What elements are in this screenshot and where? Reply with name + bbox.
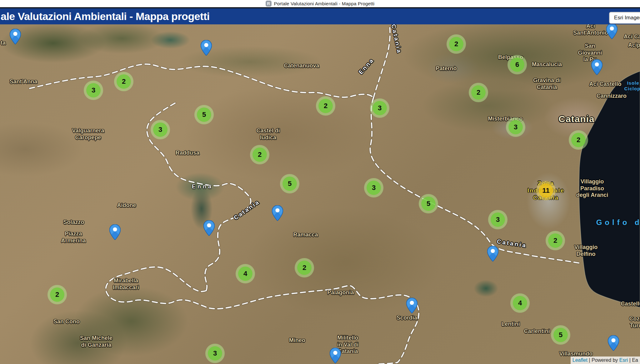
cluster-marker[interactable]: 2 bbox=[569, 130, 588, 150]
label-line: Sant'Antonio bbox=[573, 30, 608, 37]
cluster-marker[interactable]: 2 bbox=[546, 231, 565, 250]
place-label: VillaggioDelfino bbox=[574, 244, 598, 257]
label-line: Mascalucia bbox=[532, 61, 562, 68]
place-label: Aci Cate bbox=[624, 33, 640, 40]
cluster-count: 4 bbox=[238, 267, 252, 281]
leaflet-link[interactable]: Leaflet bbox=[572, 357, 588, 363]
cluster-count: 3 bbox=[372, 101, 387, 115]
cluster-count: 5 bbox=[197, 107, 211, 122]
label-line: Ramacca bbox=[293, 232, 318, 238]
cluster-marker[interactable]: 3 bbox=[151, 120, 170, 139]
place-label: Solazzo bbox=[63, 219, 84, 226]
map-pin[interactable] bbox=[109, 224, 121, 240]
cluster-count: 2 bbox=[548, 233, 562, 248]
cluster-marker[interactable]: 11 bbox=[536, 181, 556, 200]
cluster-marker[interactable]: 3 bbox=[370, 98, 389, 118]
place-label: VillaggioParadisodegli Aranci bbox=[576, 178, 608, 199]
cluster-count: 3 bbox=[367, 181, 381, 195]
cluster-marker[interactable]: 3 bbox=[84, 81, 103, 100]
label-line: Gravina di bbox=[533, 77, 561, 84]
place-label: Catenanuova bbox=[284, 62, 319, 69]
cluster-count: 3 bbox=[153, 122, 168, 137]
label-line: Turch bbox=[629, 322, 640, 329]
cluster-count: 2 bbox=[318, 99, 333, 113]
place-label: Aidone bbox=[117, 202, 136, 209]
cluster-marker[interactable]: 3 bbox=[364, 178, 383, 197]
cluster-count: 3 bbox=[491, 212, 505, 227]
cluster-marker[interactable]: 2 bbox=[295, 258, 314, 277]
cluster-marker[interactable]: 6 bbox=[508, 55, 527, 74]
label-line: Raddusa bbox=[176, 150, 199, 157]
label-line: Solazzo bbox=[63, 219, 84, 226]
map-pin[interactable] bbox=[10, 29, 21, 44]
label-line: Aci bbox=[573, 24, 608, 30]
label-line: Ciclopi bbox=[624, 86, 640, 92]
label-line: degli Aranci bbox=[576, 192, 608, 199]
label-line: Castel di bbox=[256, 127, 280, 134]
attribution-text: | Powered by bbox=[588, 357, 619, 363]
basemap-layer-control[interactable]: Esri Imager bbox=[609, 12, 640, 24]
cluster-marker[interactable]: 3 bbox=[506, 117, 525, 137]
cluster-marker[interactable]: 5 bbox=[280, 174, 299, 193]
label-line: San Cono bbox=[53, 318, 80, 325]
map-pin[interactable] bbox=[406, 298, 418, 313]
label-line: Golfo di C bbox=[596, 218, 640, 227]
cluster-marker[interactable]: 5 bbox=[419, 194, 438, 213]
label-line: Enna bbox=[192, 183, 213, 190]
place-label: San Micheledi Ganzaria bbox=[80, 335, 112, 348]
cluster-marker[interactable]: 4 bbox=[236, 264, 255, 283]
cluster-marker[interactable]: 3 bbox=[205, 344, 225, 363]
cluster-marker[interactable]: 2 bbox=[469, 83, 488, 102]
place-label: Aci Castello bbox=[589, 81, 621, 88]
label-line: di Ganzaria bbox=[80, 342, 112, 349]
map-pin[interactable] bbox=[201, 40, 212, 56]
label-line: Villaggio bbox=[576, 178, 608, 185]
cluster-marker[interactable]: 2 bbox=[114, 72, 133, 91]
cluster-count: 3 bbox=[508, 120, 523, 134]
place-label: Lentini bbox=[502, 321, 520, 328]
place-label: Carlentini bbox=[524, 328, 550, 335]
label-line: in Val di bbox=[337, 341, 358, 348]
map-pin[interactable] bbox=[591, 59, 602, 75]
label-line: Mineo bbox=[289, 337, 305, 344]
map-canvas[interactable]: taSant'AnnaCatenanuovaPaternòBelpassoMas… bbox=[0, 24, 640, 364]
cluster-marker[interactable]: 5 bbox=[194, 105, 214, 124]
cluster-count: 6 bbox=[510, 57, 524, 72]
place-label: Catania bbox=[558, 113, 594, 125]
cluster-marker[interactable]: 2 bbox=[447, 34, 466, 54]
label-line: Isole bbox=[624, 80, 640, 86]
place-label: MirabellaImbaccari bbox=[113, 277, 139, 291]
label-line: San bbox=[578, 43, 602, 50]
app-header: ale Valutazioni Ambientali - Mappa proge… bbox=[0, 7, 640, 24]
label-line: Castellucci bbox=[621, 301, 640, 307]
cluster-count: 2 bbox=[117, 74, 131, 89]
cluster-marker[interactable]: 4 bbox=[510, 293, 530, 313]
sea-label: Golfo di C bbox=[596, 218, 640, 227]
label-line: Aci Castello bbox=[589, 81, 621, 88]
tab-title: Portale Valutazioni Ambientali - Mappa P… bbox=[274, 1, 375, 6]
cluster-marker[interactable]: 2 bbox=[250, 145, 269, 164]
map-pin[interactable] bbox=[330, 348, 341, 363]
label-line: Armerina bbox=[61, 237, 86, 244]
cluster-marker[interactable]: 2 bbox=[48, 285, 67, 304]
esri-link[interactable]: Esri bbox=[619, 357, 628, 363]
map-pin[interactable] bbox=[272, 205, 283, 221]
label-line: Carlentini bbox=[524, 328, 550, 335]
label-line: Aciplat bbox=[628, 42, 640, 49]
place-label: Scordia bbox=[397, 315, 417, 322]
map-pin[interactable] bbox=[606, 24, 618, 39]
place-label: Mascalucia bbox=[532, 61, 562, 68]
place-label: ValguarneraCaropepe bbox=[72, 127, 104, 141]
cluster-count: 2 bbox=[252, 147, 267, 162]
map-pin[interactable] bbox=[608, 335, 619, 351]
map-pin[interactable] bbox=[487, 246, 498, 262]
cluster-marker[interactable]: 2 bbox=[316, 96, 335, 116]
cluster-marker[interactable]: 5 bbox=[551, 325, 570, 345]
label-line: Lentini bbox=[502, 321, 520, 328]
map-pin[interactable] bbox=[203, 220, 215, 236]
cluster-marker[interactable]: 3 bbox=[488, 210, 508, 229]
place-label: PiazzaArmerina bbox=[61, 231, 86, 244]
label-line: Catania bbox=[533, 84, 561, 91]
cluster-count: 2 bbox=[571, 133, 586, 147]
boundary-line bbox=[106, 267, 419, 364]
